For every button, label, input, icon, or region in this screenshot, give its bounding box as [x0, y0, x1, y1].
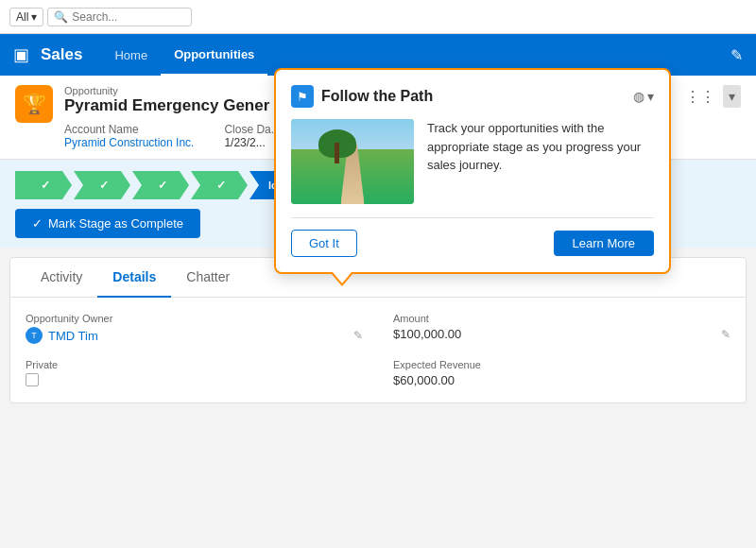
opportunity-icon: 🏆: [15, 85, 53, 123]
popover-title: Follow the Path: [321, 88, 433, 105]
got-it-button[interactable]: Got It: [291, 230, 357, 257]
nav-item-opportunities[interactable]: Opportunities: [161, 34, 267, 76]
edit-icon[interactable]: ✎: [730, 46, 743, 64]
stage-item-1[interactable]: ✓: [15, 171, 72, 199]
expected-revenue-label: Expected Revenue: [393, 359, 730, 370]
opportunity-owner-field: Opportunity Owner T TMD Tim ✎: [26, 313, 363, 344]
stage-item-3[interactable]: ✓: [132, 171, 189, 199]
popover-box: ⚑ Follow the Path ◍ ▾ Track your opportu…: [274, 68, 671, 274]
stage-check-2: ✓: [99, 179, 109, 192]
close-date-value: 1/23/2...: [224, 136, 265, 149]
mark-stage-label: Mark Stage as Complete: [48, 216, 183, 231]
close-date-field: Close Da... 1/23/2...: [224, 123, 280, 149]
owner-edit-icon[interactable]: ✎: [353, 329, 363, 342]
search-scope-label: All: [16, 10, 28, 24]
account-name-field: Account Name Pyramid Construction Inc.: [64, 123, 194, 149]
app-grid-icon[interactable]: ▣: [13, 44, 29, 65]
popover-footer: Got It Learn More: [291, 217, 654, 257]
tab-chatter[interactable]: Chatter: [171, 258, 245, 298]
popover-header: ⚑ Follow the Path ◍ ▾: [291, 85, 654, 108]
private-label: Private: [26, 359, 363, 370]
tab-activity[interactable]: Activity: [26, 258, 97, 298]
popover-dropdown-arrow: ▾: [647, 89, 654, 104]
popover-path-image: [291, 119, 414, 204]
top-nav: All ▾ 🔍: [0, 0, 756, 34]
owner-avatar: T: [26, 327, 43, 344]
details-grid: Opportunity Owner T TMD Tim ✎ Amount $10…: [26, 313, 730, 387]
search-scope-dropdown[interactable]: All ▾: [9, 8, 43, 26]
follow-path-popover: ⚑ Follow the Path ◍ ▾ Track your opportu…: [274, 68, 756, 274]
mark-stage-button[interactable]: ✓ Mark Stage as Complete: [15, 209, 200, 238]
tab-details[interactable]: Details: [97, 258, 171, 298]
amount-label: Amount: [393, 313, 730, 324]
expected-revenue-field: Expected Revenue $60,000.00: [393, 359, 730, 387]
opportunity-header: 🏆 Opportunity Pyramid Emergency Gener Ac…: [0, 76, 756, 160]
popover-clock-button[interactable]: ◍ ▾: [633, 89, 654, 104]
account-name-label: Account Name: [64, 123, 194, 136]
popover-body: Track your opportunities with the approp…: [291, 119, 654, 204]
account-name-link[interactable]: Pyramid Construction Inc.: [64, 136, 194, 149]
search-icon: 🔍: [54, 10, 68, 24]
opportunity-owner-label: Opportunity Owner: [26, 313, 363, 324]
clock-icon: ◍: [633, 89, 644, 104]
content-area: Activity Details Chatter Opportunity Own…: [9, 257, 747, 403]
popover-description: Track your opportunities with the approp…: [427, 119, 654, 175]
search-area: All ▾ 🔍: [9, 8, 192, 26]
expected-revenue-value: $60,000.00: [393, 373, 730, 387]
stage-check-4: ✓: [216, 179, 226, 192]
nav-item-home[interactable]: Home: [101, 34, 161, 76]
stage-item-4[interactable]: ✓: [191, 171, 248, 199]
popover-title-row: ⚑ Follow the Path: [291, 85, 433, 108]
stage-check-1: ✓: [41, 179, 50, 192]
details-body: Opportunity Owner T TMD Tim ✎ Amount $10…: [10, 298, 746, 402]
amount-edit-icon[interactable]: ✎: [721, 328, 730, 341]
app-title: Sales: [41, 45, 82, 64]
search-input[interactable]: [72, 10, 185, 24]
chevron-down-icon: ▾: [31, 10, 37, 24]
private-value: [26, 373, 363, 386]
opportunity-owner-value: T TMD Tim ✎: [26, 327, 363, 344]
close-date-label: Close Da...: [224, 123, 280, 136]
learn-more-button[interactable]: Learn More: [554, 231, 654, 256]
amount-field: Amount $100,000.00 ✎: [393, 313, 730, 344]
stage-item-2[interactable]: ✓: [74, 171, 130, 199]
search-input-wrap: 🔍: [47, 8, 192, 26]
owner-link[interactable]: TMD Tim: [48, 329, 98, 343]
popover-flag-icon: ⚑: [291, 85, 314, 108]
private-field: Private: [26, 359, 363, 387]
checkmark-icon: ✓: [32, 216, 43, 231]
amount-value: $100,000.00 ✎: [393, 327, 730, 341]
private-checkbox[interactable]: [26, 373, 39, 386]
stage-check-3: ✓: [158, 179, 167, 192]
